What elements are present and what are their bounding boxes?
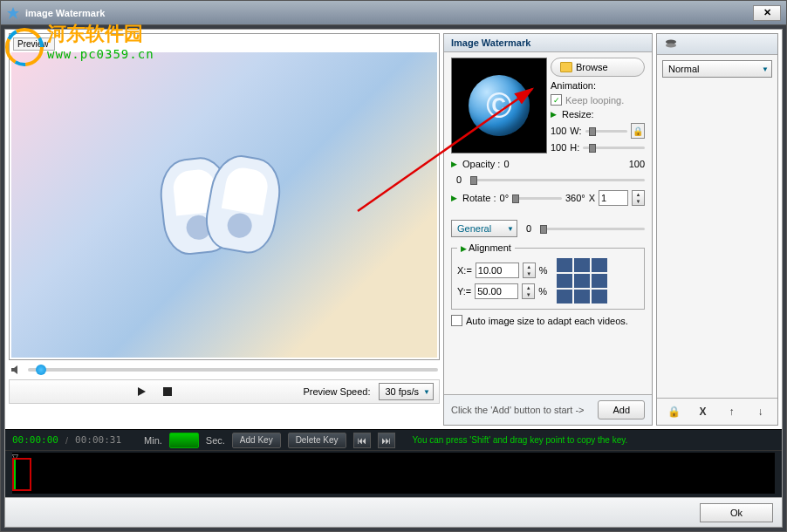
timeline-track[interactable]: ▽ xyxy=(12,453,775,494)
layers-header xyxy=(657,34,777,55)
volume-icon[interactable] xyxy=(10,364,23,376)
settings-title: Image Watermark xyxy=(444,34,652,52)
rotate-slider[interactable] xyxy=(512,197,562,200)
align-y-input[interactable] xyxy=(475,283,518,299)
playback-bar: Preview Speed: 30 fps/s xyxy=(9,379,440,404)
close-button[interactable]: ✕ xyxy=(753,5,781,21)
folder-icon xyxy=(560,62,572,72)
stop-button[interactable] xyxy=(159,383,176,400)
watermark-preview-row: © Browse Animation: ✓ Keep looping. xyxy=(451,58,645,153)
video-preview[interactable] xyxy=(11,52,437,358)
prev-key-button[interactable]: ⏮ xyxy=(353,433,371,448)
main-row: Preview Preview Speed: xyxy=(5,30,782,429)
layers-icon xyxy=(664,38,678,51)
opacity-slider[interactable] xyxy=(470,179,645,181)
browse-button[interactable]: Browse xyxy=(551,58,645,77)
time-unit-toggle[interactable] xyxy=(169,433,199,448)
time-total: 00:00:31 xyxy=(75,434,121,446)
layers-toolbar: 🔒 X ↑ ↓ xyxy=(657,398,777,425)
rotate-times-spinner[interactable]: ▲▼ xyxy=(632,190,645,206)
alignment-grid[interactable] xyxy=(557,258,607,304)
timeline-hint: You can press 'Shift' and drag key point… xyxy=(413,435,628,445)
timeline: 00:00:00 / 00:00:31 Min. Sec. Add Key De… xyxy=(5,429,782,497)
svg-point-3 xyxy=(666,43,676,47)
next-key-button[interactable]: ⏭ xyxy=(378,433,395,448)
preview-speed-select[interactable]: 30 fps/s xyxy=(379,383,434,400)
align-y-spinner[interactable]: ▲▼ xyxy=(522,283,535,299)
effect-slider[interactable] xyxy=(540,228,645,230)
animation-label: Animation: xyxy=(551,80,645,91)
settings-footer: Click the 'Add' button to start -> Add xyxy=(444,394,652,425)
dialog-footer: Ok xyxy=(5,497,782,527)
watermark-thumbnail: © xyxy=(451,58,547,153)
rotate-times-input[interactable] xyxy=(599,190,628,206)
add-hint: Click the 'Add' button to start -> xyxy=(451,405,592,415)
align-x-spinner[interactable]: ▲▼ xyxy=(523,263,536,278)
ok-button[interactable]: Ok xyxy=(700,503,773,522)
add-button[interactable]: Add xyxy=(598,400,645,419)
preview-pane: Preview Preview Speed: xyxy=(9,33,440,426)
align-x-input[interactable] xyxy=(476,263,519,278)
move-up-button[interactable]: ↑ xyxy=(721,402,743,421)
window-title: image Watermark xyxy=(25,8,753,18)
copyright-logo-icon: © xyxy=(469,75,530,136)
effect-select[interactable]: General xyxy=(451,220,517,237)
volume-row xyxy=(9,360,440,379)
video-content xyxy=(146,153,303,257)
content-area: Preview Preview Speed: xyxy=(4,29,783,528)
watermark-logo-icon xyxy=(5,28,44,66)
titlebar: image Watermark ✕ xyxy=(1,1,786,25)
play-button[interactable] xyxy=(133,383,150,400)
lock-layer-button[interactable]: 🔒 xyxy=(663,402,686,421)
preview-box: Preview xyxy=(9,33,440,360)
volume-slider[interactable] xyxy=(28,368,438,372)
delete-layer-button[interactable]: X xyxy=(692,402,715,421)
svg-marker-0 xyxy=(7,7,19,19)
preview-speed-label: Preview Speed: xyxy=(303,386,370,397)
time-current: 00:00:00 xyxy=(12,434,58,446)
rotate-label: Rotate : xyxy=(462,193,496,203)
auto-size-label: Auto image size to adapt each videos. xyxy=(466,316,628,326)
svg-rect-1 xyxy=(163,387,172,396)
add-key-button[interactable]: Add Key xyxy=(232,433,281,448)
keep-looping-label: Keep looping. xyxy=(565,95,624,106)
delete-key-button[interactable]: Delete Key xyxy=(288,433,346,448)
settings-panel: Image Watermark © Browse Animation: xyxy=(443,33,653,426)
resize-h-slider[interactable] xyxy=(583,147,645,149)
keep-looping-checkbox[interactable]: ✓ xyxy=(551,94,562,106)
layers-panel: Normal 🔒 X ↑ ↓ xyxy=(656,33,778,426)
alignment-group: ▶Alignment X:= ▲▼ % Y:= xyxy=(451,242,645,310)
lock-aspect-button[interactable]: 🔒 xyxy=(631,123,645,139)
opacity-label: Opacity : xyxy=(462,159,500,169)
app-icon xyxy=(6,6,20,20)
auto-size-checkbox[interactable] xyxy=(451,315,462,326)
window: image Watermark ✕ Preview xyxy=(0,0,787,532)
opacity-value: 0 xyxy=(451,174,467,185)
resize-w-slider[interactable] xyxy=(585,130,627,133)
blend-mode-select[interactable]: Normal xyxy=(662,60,772,78)
move-down-button[interactable]: ↓ xyxy=(749,402,772,421)
resize-label: Resize: xyxy=(562,109,594,119)
